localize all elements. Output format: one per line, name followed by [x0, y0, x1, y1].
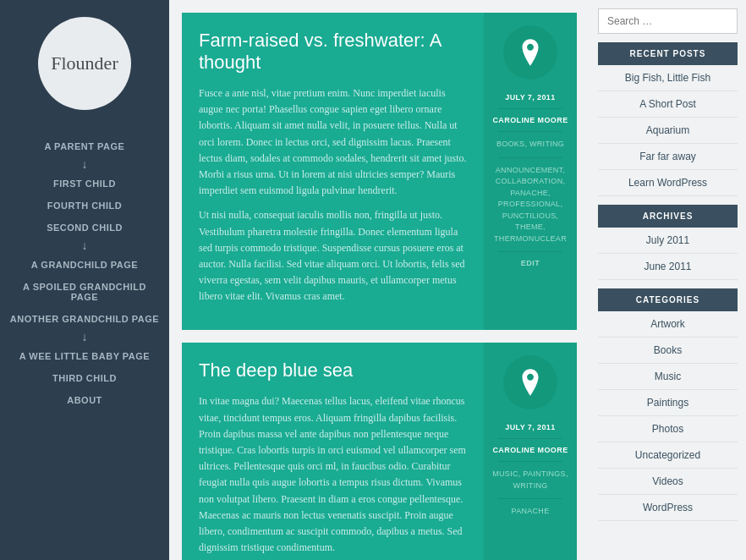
- list-item-link[interactable]: Uncategorized: [598, 442, 738, 468]
- post-excerpt-2: Ut nisi nulla, consequat iaculis mollis …: [199, 207, 467, 305]
- post-tags: PANACHE: [512, 506, 550, 518]
- list-item-link[interactable]: June 2011: [598, 254, 738, 279]
- list-item-link[interactable]: Videos: [598, 469, 738, 494]
- post-card: Farm-raised vs. freshwater: A thoughtFus…: [182, 13, 577, 330]
- list-item-link[interactable]: Learn WordPress: [598, 170, 738, 195]
- sidebar-nav-item[interactable]: ABOUT: [0, 389, 169, 411]
- list-item-link[interactable]: Far far away: [598, 144, 738, 169]
- sidebar-nav-item[interactable]: A GRANDCHILD PAGE: [0, 254, 169, 276]
- post-edit-link[interactable]: EDIT: [521, 259, 540, 267]
- list-item: July 2011: [598, 228, 738, 254]
- post-excerpt: Fusce a ante nisl, vitae pretium enim. N…: [199, 85, 467, 199]
- search-input[interactable]: [598, 8, 738, 34]
- list-item: Big Fish, Little Fish: [598, 65, 738, 91]
- list-item-link[interactable]: Books: [598, 338, 738, 363]
- categories-list: ArtworkBooksMusicPaintingsPhotosUncatego…: [598, 311, 738, 521]
- post-date: JULY 7, 2011: [505, 93, 555, 102]
- sidebar-nav-item[interactable]: FOURTH CHILD: [0, 195, 169, 217]
- list-item-link[interactable]: Music: [598, 364, 738, 389]
- recent-posts-list: Big Fish, Little FishA Short PostAquariu…: [598, 65, 738, 196]
- list-item: Photos: [598, 416, 738, 442]
- main-content: Farm-raised vs. freshwater: A thoughtFus…: [169, 0, 590, 560]
- list-item-link[interactable]: WordPress: [598, 495, 738, 520]
- left-sidebar: Flounder A PARENT PAGE↓FIRST CHILDFOURTH…: [0, 0, 169, 560]
- sidebar-nav-item[interactable]: SECOND CHILD: [0, 217, 169, 239]
- list-item: Artwork: [598, 311, 738, 338]
- list-item-link[interactable]: Artwork: [598, 311, 738, 337]
- categories-title: CATEGORIES: [598, 288, 738, 311]
- post-card: The deep blue seaIn vitae magna dui? Mae…: [182, 343, 577, 560]
- sidebar-nav-item[interactable]: FIRST CHILD: [0, 173, 169, 195]
- list-item: Paintings: [598, 390, 738, 416]
- post-author: CAROLINE MOORE: [492, 446, 568, 454]
- nav-arrow: ↓: [0, 330, 169, 345]
- post-author: CAROLINE MOORE: [492, 116, 568, 124]
- list-item: June 2011: [598, 254, 738, 280]
- sidebar-nav-item[interactable]: A SPOILED GRANDCHILD PAGE: [0, 276, 169, 308]
- sidebar-navigation: A PARENT PAGE↓FIRST CHILDFOURTH CHILDSEC…: [0, 135, 169, 411]
- nav-arrow: ↓: [0, 239, 169, 254]
- categories-widget: CATEGORIES ArtworkBooksMusicPaintingsPho…: [598, 288, 738, 521]
- list-item: Uncategorized: [598, 442, 738, 469]
- archives-list: July 2011June 2011: [598, 228, 738, 280]
- list-item-link[interactable]: Paintings: [598, 390, 738, 415]
- list-item-link[interactable]: A Short Post: [598, 91, 738, 117]
- list-item: Videos: [598, 469, 738, 495]
- list-item: Aquarium: [598, 118, 738, 144]
- site-logo[interactable]: Flounder: [38, 17, 131, 110]
- post-meta-sidebar: JULY 7, 2011CAROLINE MOOREBOOKS, WRITING…: [484, 13, 577, 330]
- list-item-link[interactable]: Photos: [598, 416, 738, 442]
- list-item-link[interactable]: Big Fish, Little Fish: [598, 65, 738, 91]
- pin-icon: [503, 355, 557, 409]
- sidebar-nav-item[interactable]: A WEE LITTLE BABY PAGE: [0, 345, 169, 367]
- list-item: Learn WordPress: [598, 170, 738, 196]
- post-meta-sidebar: JULY 7, 2011CAROLINE MOOREMUSIC, PAINTIN…: [484, 343, 577, 560]
- post-categories: BOOKS, WRITING: [496, 139, 564, 151]
- archives-widget: ARCHIVES July 2011June 2011: [598, 205, 738, 280]
- recent-posts-title: RECENT POSTS: [598, 42, 738, 65]
- post-title[interactable]: Farm-raised vs. freshwater: A thought: [199, 30, 467, 74]
- post-date: JULY 7, 2011: [505, 423, 555, 431]
- list-item: Far far away: [598, 144, 738, 170]
- archives-title: ARCHIVES: [598, 205, 738, 228]
- recent-posts-widget: RECENT POSTS Big Fish, Little FishA Shor…: [598, 42, 738, 196]
- right-sidebar: RECENT POSTS Big Fish, Little FishA Shor…: [590, 0, 746, 560]
- list-item-link[interactable]: July 2011: [598, 228, 738, 253]
- list-item: Music: [598, 364, 738, 390]
- list-item: Books: [598, 338, 738, 364]
- post-tags: ANNOUNCEMENT, COLLABORATION, PANACHE, PR…: [491, 165, 570, 245]
- sidebar-nav-item[interactable]: ANOTHER GRANDCHILD PAGE: [0, 308, 169, 330]
- site-title: Flounder: [51, 52, 118, 74]
- post-excerpt: In vitae magna dui? Maecenas tellus lacu…: [199, 393, 467, 556]
- post-title[interactable]: The deep blue sea: [199, 360, 467, 382]
- list-item: A Short Post: [598, 91, 738, 118]
- post-categories: MUSIC, PAINTINGS, WRITING: [491, 469, 570, 491]
- sidebar-nav-item[interactable]: A PARENT PAGE: [0, 135, 169, 157]
- sidebar-nav-item[interactable]: THIRD CHILD: [0, 367, 169, 389]
- pin-icon: [503, 25, 557, 80]
- list-item-link[interactable]: Aquarium: [598, 118, 738, 143]
- nav-arrow: ↓: [0, 157, 169, 173]
- list-item: WordPress: [598, 495, 738, 521]
